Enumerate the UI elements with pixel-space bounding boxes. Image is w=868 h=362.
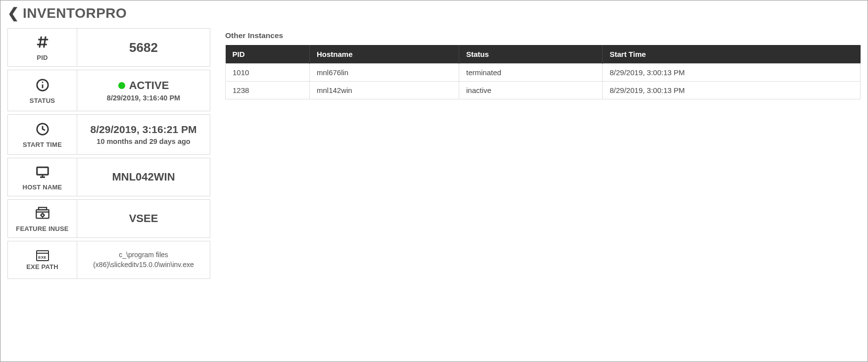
feature-inuse-value: VSEE [129, 212, 158, 225]
details-panel: PID 5682 STATUS ACTIVE 8/29/2019, 3:16:4… [7, 28, 210, 279]
cell-status: inactive [459, 82, 603, 99]
page-header: ❮ INVENTORPRO [7, 5, 861, 21]
page-title: INVENTORPRO [23, 5, 127, 21]
card-exe-path-label: EXE PATH [26, 263, 58, 271]
card-pid: PID 5682 [7, 28, 210, 67]
cell-status: terminated [459, 64, 603, 82]
cell-start-time: 8/29/2019, 3:00:13 PM [603, 64, 861, 82]
table-row[interactable]: 1238 mnl142win inactive 8/29/2019, 3:00:… [226, 82, 861, 99]
back-button[interactable]: ❮ [7, 6, 19, 20]
svg-point-14 [41, 214, 44, 217]
info-icon [35, 78, 50, 95]
host-name-value: MNL042WIN [112, 171, 175, 183]
card-host-name: HOST NAME MNL042WIN [7, 158, 210, 196]
svg-line-2 [39, 37, 41, 48]
th-status[interactable]: Status [459, 45, 603, 64]
cell-hostname: mnl142win [310, 82, 459, 99]
svg-point-6 [42, 82, 43, 83]
other-instances-table: PID Hostname Status Start Time 1010 mnl6… [225, 45, 861, 99]
feature-icon [35, 206, 50, 223]
svg-line-3 [44, 37, 46, 48]
exe-path-value: c_\program files (x86)\slickeditv15.0.0\… [82, 250, 205, 270]
card-exe-path: EXE PATH c_\program files (x86)\slickedi… [7, 241, 210, 279]
status-timestamp: 8/29/2019, 3:16:40 PM [107, 94, 180, 102]
cell-pid: 1010 [226, 64, 310, 82]
monitor-icon [35, 164, 50, 181]
th-start-time[interactable]: Start Time [603, 45, 861, 64]
cell-start-time: 8/29/2019, 3:00:13 PM [603, 82, 861, 99]
card-start-time: START TIME 8/29/2019, 3:16:21 PM 10 mont… [7, 114, 210, 155]
pid-value: 5682 [129, 40, 158, 55]
other-instances-panel: Other Instances PID Hostname Status Star… [225, 28, 861, 279]
card-status-label: STATUS [30, 97, 55, 104]
svg-rect-8 [37, 167, 48, 175]
card-host-name-label: HOST NAME [23, 183, 62, 191]
clock-icon [35, 122, 50, 139]
th-pid[interactable]: PID [226, 45, 310, 64]
status-value: ACTIVE [129, 79, 169, 92]
svg-rect-13 [38, 207, 46, 210]
cell-pid: 1238 [226, 82, 310, 99]
status-dot-icon [118, 82, 125, 89]
card-status: STATUS ACTIVE 8/29/2019, 3:16:40 PM [7, 70, 210, 111]
th-hostname[interactable]: Hostname [310, 45, 459, 64]
other-instances-title: Other Instances [225, 31, 861, 40]
cell-hostname: mnl676lin [310, 64, 459, 82]
card-feature-inuse-label: FEATURE INUSE [16, 225, 68, 232]
table-row[interactable]: 1010 mnl676lin terminated 8/29/2019, 3:0… [226, 64, 861, 82]
card-pid-label: PID [37, 54, 48, 61]
start-time-value: 8/29/2019, 3:16:21 PM [91, 124, 197, 136]
start-time-ago: 10 months and 29 days ago [96, 137, 190, 145]
hash-icon [35, 35, 50, 52]
card-start-time-label: START TIME [23, 141, 62, 148]
exe-icon [36, 250, 49, 261]
card-feature-inuse: FEATURE INUSE VSEE [7, 199, 210, 238]
